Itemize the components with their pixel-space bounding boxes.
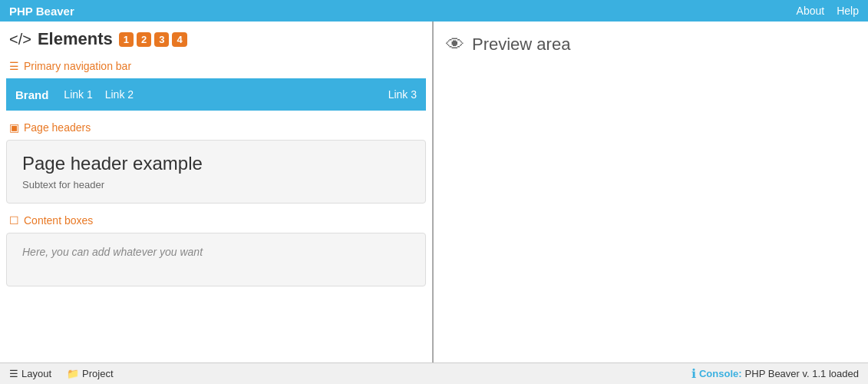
layout-label: Layout — [21, 368, 51, 379]
nav-section-label: Primary navigation bar — [24, 60, 131, 72]
content-boxes-label: Content boxes — [24, 214, 93, 227]
nav-section-header[interactable]: ☰ Primary navigation bar — [0, 55, 432, 77]
project-label: Project — [82, 368, 113, 379]
nav-link-3[interactable]: Link 3 — [388, 88, 417, 101]
content-boxes-section-header[interactable]: ☐ Content boxes — [0, 210, 432, 231]
console-label: Console: — [699, 368, 742, 379]
project-item[interactable]: 📁 Project — [67, 368, 113, 379]
content-box-text: Here, you can add whatever you want — [22, 246, 203, 258]
nav-section-icon: ☰ — [9, 60, 19, 72]
badge-1[interactable]: 1 — [119, 32, 134, 47]
preview-header: 👁 Preview area — [446, 31, 856, 55]
bottom-bar: ☰ Layout 📁 Project ℹ Console: PHP Beaver… — [0, 362, 868, 384]
project-icon: 📁 — [67, 368, 79, 379]
preview-label: Preview area — [472, 35, 570, 55]
badge-4[interactable]: 4 — [172, 32, 186, 47]
page-header-title: Page header example — [22, 153, 410, 174]
bottom-left: ☰ Layout 📁 Project — [9, 368, 114, 379]
nav-bar-preview: Brand Link 1 Link 2 Link 3 — [6, 78, 426, 111]
info-icon: ℹ — [691, 366, 696, 381]
badge-3[interactable]: 3 — [154, 32, 169, 47]
page-headers-section-header[interactable]: ▣ Page headers — [0, 117, 432, 138]
left-panel: </> Elements 1 2 3 4 ☰ Primary navigatio… — [0, 22, 434, 362]
page-header-subtext: Subtext for header — [22, 179, 410, 190]
page-headers-icon: ▣ — [9, 121, 19, 134]
elements-label: Elements — [38, 29, 113, 49]
nav-link-1[interactable]: Link 1 — [64, 88, 92, 101]
elements-icon: </> — [9, 31, 31, 48]
eye-icon: 👁 — [446, 34, 464, 55]
badge-2[interactable]: 2 — [137, 32, 151, 47]
top-links: About Help — [797, 5, 859, 17]
nav-brand: Brand — [15, 88, 48, 101]
layout-icon: ☰ — [9, 368, 18, 379]
console-message: PHP Beaver v. 1.1 loaded — [745, 368, 859, 379]
content-boxes-icon: ☐ — [9, 214, 19, 227]
main-area: </> Elements 1 2 3 4 ☰ Primary navigatio… — [0, 22, 868, 362]
bottom-right: ℹ Console: PHP Beaver v. 1.1 loaded — [691, 366, 859, 381]
top-bar: PHP Beaver About Help — [0, 0, 868, 22]
content-box: Here, you can add whatever you want — [6, 233, 426, 286]
about-link[interactable]: About — [797, 5, 825, 17]
nav-link-2[interactable]: Link 2 — [105, 88, 134, 101]
page-header-box: Page header example Subtext for header — [6, 140, 426, 204]
app-title: PHP Beaver — [9, 5, 74, 18]
elements-badges: 1 2 3 4 — [119, 32, 187, 47]
right-panel: 👁 Preview area — [434, 22, 868, 362]
help-link[interactable]: Help — [837, 5, 859, 17]
layout-item[interactable]: ☰ Layout — [9, 368, 51, 379]
page-headers-label: Page headers — [24, 121, 91, 134]
elements-header: </> Elements 1 2 3 4 — [0, 22, 432, 55]
